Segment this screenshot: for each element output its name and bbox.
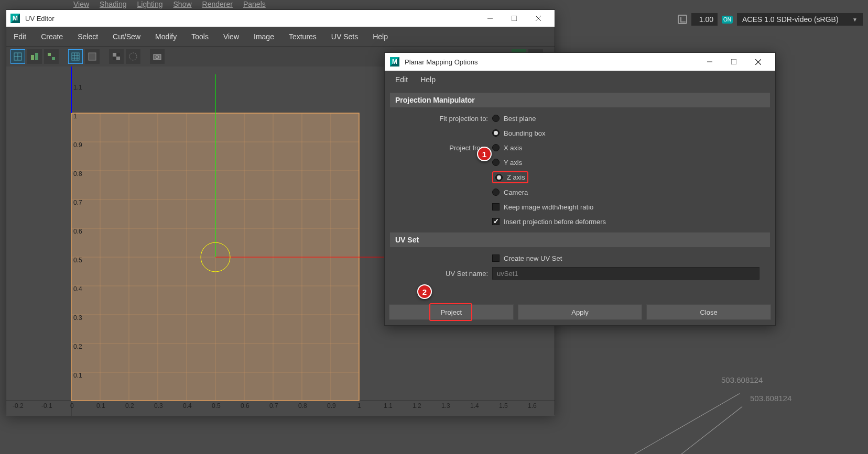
radio-icon: [492, 189, 500, 196]
colorspace-label: ACES 1.0 SDR-video (sRGB): [742, 15, 839, 24]
radio-label: Y axis: [504, 159, 522, 167]
axis-label: 0.1: [73, 372, 82, 379]
svg-text:0.6: 0.6: [241, 402, 249, 409]
checkbox-create-uvset[interactable]: Create new UV Set: [492, 254, 770, 262]
menu-modify[interactable]: Modify: [148, 32, 184, 41]
menu-help[interactable]: Help: [414, 75, 442, 84]
menu-edit[interactable]: Edit: [6, 32, 34, 41]
measurement-1: 503.608124: [721, 375, 763, 384]
radio-best-plane[interactable]: Best plane: [492, 115, 770, 123]
project-from-label: Project from:: [390, 144, 492, 152]
radio-label: Z axis: [507, 173, 525, 181]
svg-text:1.2: 1.2: [413, 402, 421, 409]
svg-rect-19: [116, 53, 120, 57]
checker-icon[interactable]: [109, 49, 124, 64]
svg-rect-11: [72, 53, 79, 60]
radio-label: X axis: [504, 144, 522, 152]
axis-label: 0.3: [73, 314, 82, 322]
axis-label: 0.8: [73, 170, 82, 178]
menu-tools[interactable]: Tools: [184, 32, 216, 41]
planar-menubar: Edit Help: [385, 71, 775, 88]
svg-point-21: [129, 53, 137, 60]
svg-text:1.6: 1.6: [528, 402, 537, 409]
uv-editor-menubar: Edit Create Select Cut/Sew Modify Tools …: [6, 27, 555, 47]
svg-text:0.4: 0.4: [183, 402, 192, 409]
menu-create[interactable]: Create: [34, 32, 70, 41]
shaded-icon[interactable]: [85, 49, 100, 64]
svg-text:0.9: 0.9: [327, 402, 336, 409]
axis-label: 1.1: [73, 84, 82, 91]
viewport-edge-line: [577, 406, 742, 454]
axis-label: 0.6: [73, 228, 82, 235]
menu-select[interactable]: Select: [70, 32, 105, 41]
checkbox-label: Keep image width/height ratio: [504, 203, 593, 211]
menu-image[interactable]: Image: [246, 32, 281, 41]
menu-uvsets[interactable]: UV Sets: [324, 32, 365, 41]
checkbox-icon: [492, 254, 500, 262]
radio-bounding-box[interactable]: Bounding box: [492, 129, 770, 137]
svg-text:1.5: 1.5: [499, 402, 508, 409]
radio-camera[interactable]: Camera: [492, 189, 770, 196]
gamma-toggle-icon[interactable]: [678, 15, 687, 24]
viewport-edge-line: [626, 393, 740, 454]
distortion-display-icon[interactable]: [44, 49, 59, 64]
checkbox-label: Create new UV Set: [504, 254, 562, 262]
fit-projection-label: Fit projection to:: [390, 115, 492, 123]
project-button-highlight: [429, 303, 472, 321]
wireframe-icon[interactable]: [68, 49, 83, 64]
minimize-button[interactable]: [698, 53, 722, 71]
checkbox-keep-ratio[interactable]: Keep image width/height ratio: [492, 203, 770, 211]
svg-text:1.3: 1.3: [441, 402, 450, 409]
uvset-name-input[interactable]: [492, 267, 760, 280]
axis-label: 0.7: [73, 199, 82, 206]
checkbox-insert-deformers[interactable]: Insert projection before deformers: [492, 218, 770, 226]
maya-logo-icon: M: [10, 14, 20, 23]
radio-z-axis[interactable]: Z axis: [495, 173, 525, 181]
minimize-button[interactable]: [478, 10, 502, 27]
apply-button[interactable]: Apply: [518, 304, 643, 320]
callout-1: 1: [477, 147, 492, 161]
menu-view[interactable]: View: [216, 32, 246, 41]
radio-icon: [492, 159, 500, 166]
svg-rect-18: [116, 57, 120, 60]
checkbox-icon: [492, 203, 500, 211]
planar-title: Planar Mapping Options: [405, 58, 698, 66]
menu-textures[interactable]: Textures: [281, 32, 324, 41]
svg-text:1: 1: [357, 402, 361, 409]
snapshot-icon[interactable]: [150, 49, 165, 64]
color-management-on-badge[interactable]: ON: [722, 16, 733, 24]
menu-edit[interactable]: Edit: [389, 75, 414, 84]
maximize-button[interactable]: [502, 10, 526, 27]
menu-help[interactable]: Help: [365, 32, 395, 41]
svg-text:0.2: 0.2: [125, 402, 134, 409]
measurement-2: 503.608124: [750, 394, 791, 403]
svg-text:-0.2: -0.2: [13, 402, 24, 409]
radio-x-axis[interactable]: X axis: [492, 144, 770, 152]
close-button[interactable]: [526, 10, 550, 27]
uv-editor-titlebar[interactable]: M UV Editor: [6, 10, 555, 27]
uv-editor-title: UV Editor: [25, 15, 478, 23]
checkbox-icon: [492, 218, 500, 225]
close-button[interactable]: Close: [646, 304, 771, 320]
svg-rect-82: [731, 59, 736, 64]
section-projection-header: Projection Manipulator: [390, 93, 770, 107]
radio-y-axis[interactable]: Y axis: [492, 159, 770, 167]
grid-display-icon[interactable]: [10, 49, 25, 64]
svg-rect-16: [89, 53, 96, 60]
svg-text:1.4: 1.4: [470, 402, 479, 409]
dimmed-icon[interactable]: [126, 49, 140, 64]
svg-rect-17: [113, 53, 116, 57]
colorspace-dropdown[interactable]: ACES 1.0 SDR-video (sRGB) ▼: [737, 13, 863, 26]
maximize-button[interactable]: [722, 53, 746, 71]
close-button[interactable]: [746, 53, 770, 71]
planar-titlebar[interactable]: M Planar Mapping Options: [385, 53, 775, 71]
menu-cutsew[interactable]: Cut/Sew: [105, 32, 148, 41]
gamma-value[interactable]: 1.00: [691, 13, 718, 26]
svg-text:0.7: 0.7: [269, 402, 278, 409]
shell-display-icon[interactable]: [27, 49, 42, 64]
svg-rect-10: [52, 57, 55, 60]
chevron-down-icon: ▼: [852, 17, 858, 23]
axis-label: 1: [73, 113, 77, 120]
z-axis-highlight: Z axis: [492, 171, 528, 183]
checkbox-label: Insert projection before deformers: [504, 218, 606, 226]
